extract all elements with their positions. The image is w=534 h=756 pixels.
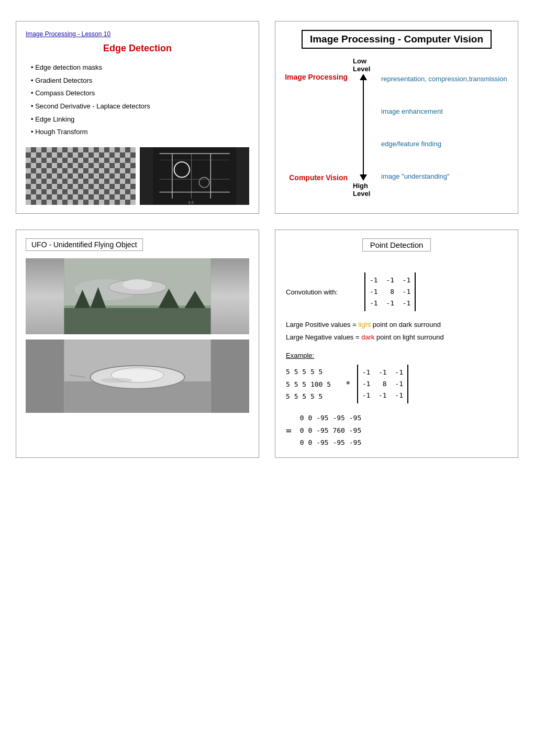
bullet-list: Edge detection masks Gradient Detectors … bbox=[26, 61, 249, 139]
edge-svg: 4.5 bbox=[140, 147, 250, 205]
cv-right-labels: representation, compression,transmission… bbox=[374, 57, 508, 198]
bullet-item: Compass Detectors bbox=[31, 87, 249, 100]
result-row-1: 0 0 -95 -95 -95 bbox=[300, 414, 361, 422]
desc-light: light bbox=[358, 321, 371, 328]
cv-high-level: High Level bbox=[353, 182, 374, 198]
input-row-3: 5 5 5 5 5 bbox=[286, 392, 322, 400]
desc-mid1: point on dark surround bbox=[371, 321, 441, 328]
slide-link[interactable]: Image Processing - Lesson 10 bbox=[26, 30, 110, 38]
convolution-row: Convolution with: -1 -1 -1 -1 8 -1 -1 -1… bbox=[286, 272, 507, 311]
bullet-item: Edge detection masks bbox=[31, 61, 249, 74]
slide-ufo: UFO - Unidentified Flying Object bbox=[16, 229, 259, 458]
kernel-row-3: -1 -1 -1 bbox=[362, 390, 403, 401]
result-row-3: 0 0 -95 -95 -95 bbox=[300, 439, 361, 446]
bullet-item: Hough Transform bbox=[31, 126, 249, 139]
matrix-row-2: -1 8 -1 bbox=[370, 286, 410, 298]
chess-image bbox=[26, 147, 136, 205]
ufo-scene-2-svg bbox=[26, 339, 249, 413]
cv-arrow: Low Level High Level bbox=[353, 57, 374, 198]
pd-description: Large Positive values = light point on d… bbox=[286, 319, 507, 343]
slide-edge-detection: Image Processing - Lesson 10 Edge Detect… bbox=[16, 21, 259, 214]
slide-images: 4.5 bbox=[26, 147, 249, 205]
input-matrix: 5 5 5 5 5 5 5 5 100 5 5 5 5 5 5 bbox=[286, 366, 331, 402]
cv-arrow-top bbox=[360, 74, 367, 80]
result-matrix: 0 0 -95 -95 -95 0 0 -95 760 -95 0 0 -95 … bbox=[300, 412, 361, 448]
pd-title: Point Detection bbox=[362, 238, 431, 251]
svg-rect-0 bbox=[153, 147, 236, 205]
conv-label: Convolution with: bbox=[286, 288, 354, 296]
desc-line1: Large Positive values = bbox=[286, 321, 358, 328]
bullet-item: Gradient Detectors bbox=[31, 74, 249, 87]
cv-left-labels: Image Processing Computer Vision bbox=[285, 57, 353, 198]
ufo-image-2 bbox=[26, 339, 249, 413]
example-section: 5 5 5 5 5 5 5 5 100 5 5 5 5 5 5 * -1 -1 … bbox=[286, 365, 507, 403]
matrix-row-3: -1 -1 -1 bbox=[370, 298, 410, 309]
desc-line2: Large Negative values = bbox=[286, 333, 361, 341]
svg-point-26 bbox=[101, 378, 132, 383]
result-section: = 0 0 -95 -95 -95 0 0 -95 760 -95 0 0 -9… bbox=[286, 412, 507, 448]
svg-rect-16 bbox=[64, 308, 211, 334]
bullet-item: Edge Linking bbox=[31, 113, 249, 126]
cv-image-processing-label: Image Processing bbox=[285, 73, 348, 81]
edge-image: 4.5 bbox=[140, 147, 250, 205]
ufo-scene-1-svg bbox=[26, 258, 249, 334]
cv-computer-vision-label: Computer Vision bbox=[289, 173, 348, 182]
cv-right-item-1: representation, compression,transmission bbox=[381, 75, 508, 83]
svg-point-15 bbox=[123, 279, 152, 290]
equals-sign: = bbox=[286, 425, 292, 436]
cv-right-item-3: edge/feature finding bbox=[381, 140, 508, 148]
svg-text:4.5: 4.5 bbox=[188, 200, 193, 205]
matrix-row-1: -1 -1 -1 bbox=[370, 275, 410, 286]
cv-arrow-line bbox=[363, 80, 364, 174]
slide-point-detection: Point Detection Convolution with: -1 -1 … bbox=[275, 229, 518, 458]
input-row-1: 5 5 5 5 5 bbox=[286, 368, 322, 376]
cv-right-item-2: image enhancement bbox=[381, 107, 508, 115]
result-row-2: 0 0 -95 760 -95 bbox=[300, 426, 361, 434]
desc-dark: dark bbox=[361, 333, 374, 341]
kernel-row-1: -1 -1 -1 bbox=[362, 367, 403, 378]
ufo-title: UFO - Unidentified Flying Object bbox=[26, 238, 143, 251]
bullet-item: Second Derivative - Laplace detectors bbox=[31, 100, 249, 113]
cv-diagram: Image Processing Computer Vision Low Lev… bbox=[285, 57, 508, 198]
desc-mid2: point on light surround bbox=[374, 333, 443, 341]
convolution-star: * bbox=[346, 379, 351, 389]
cv-right-item-4: image "understanding" bbox=[381, 172, 508, 180]
kernel-matrix: -1 -1 -1 -1 8 -1 -1 -1 -1 bbox=[357, 365, 408, 403]
conv-matrix: -1 -1 -1 -1 8 -1 -1 -1 -1 bbox=[364, 272, 416, 311]
ufo-image-1 bbox=[26, 258, 249, 334]
slide-computer-vision: Image Processing - Computer Vision Image… bbox=[275, 21, 518, 214]
cv-title: Image Processing - Computer Vision bbox=[302, 30, 492, 49]
slide-heading: Edge Detection bbox=[26, 43, 249, 54]
kernel-row-2: -1 8 -1 bbox=[362, 378, 403, 390]
cv-low-level: Low Level bbox=[353, 57, 374, 73]
input-row-2: 5 5 5 100 5 bbox=[286, 380, 331, 388]
cv-arrow-bottom bbox=[360, 174, 367, 181]
example-label: Example: bbox=[286, 352, 507, 359]
